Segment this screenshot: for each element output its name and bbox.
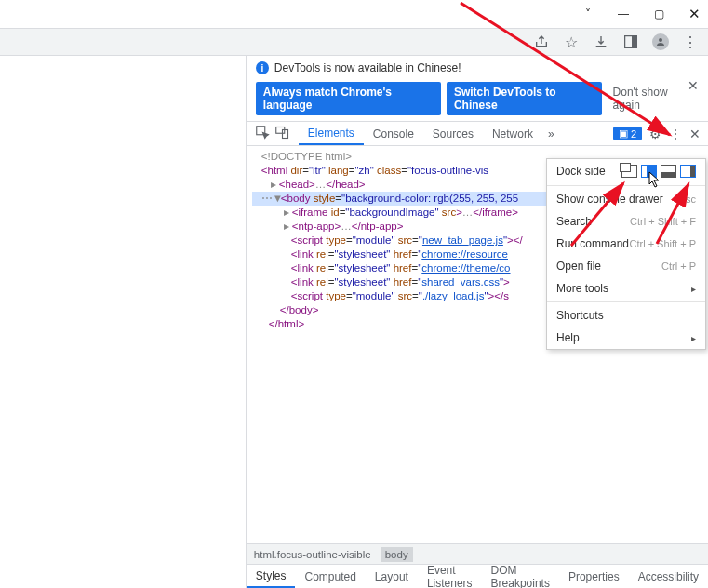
menu-search[interactable]: SearchCtrl + Shift + F bbox=[547, 210, 705, 233]
inspect-element-icon[interactable] bbox=[256, 126, 270, 142]
stab-computed[interactable]: Computed bbox=[295, 565, 365, 588]
svg-point-2 bbox=[659, 38, 662, 42]
menu-show-drawer[interactable]: Show console drawerEsc bbox=[547, 188, 705, 210]
chevron-down-icon[interactable]: ˅ bbox=[580, 6, 596, 22]
download-icon[interactable] bbox=[593, 33, 609, 50]
devtools-dropdown-menu: Dock side Show console drawerEsc SearchC… bbox=[546, 158, 706, 350]
notification-text: DevTools is now available in Chinese! bbox=[274, 61, 461, 74]
more-tabs-icon[interactable]: » bbox=[542, 127, 560, 140]
menu-shortcuts[interactable]: Shortcuts bbox=[547, 304, 705, 327]
svg-rect-1 bbox=[632, 36, 637, 48]
menu-more-tools[interactable]: More tools▸ bbox=[547, 277, 705, 300]
minimize-icon[interactable]: — bbox=[615, 6, 632, 22]
menu-help[interactable]: Help▸ bbox=[547, 327, 705, 349]
dock-undock-icon[interactable] bbox=[621, 165, 637, 178]
stab-accessibility[interactable]: Accessibility bbox=[629, 565, 708, 588]
match-language-button[interactable]: Always match Chrome's language bbox=[256, 82, 441, 115]
browser-menu-icon[interactable]: ⋮ bbox=[682, 33, 699, 50]
bookmark-star-icon[interactable]: ☆ bbox=[563, 33, 580, 50]
dock-bottom-icon[interactable] bbox=[661, 165, 676, 178]
share-icon[interactable] bbox=[533, 33, 550, 50]
stab-styles[interactable]: Styles bbox=[247, 565, 296, 588]
breadcrumb-body[interactable]: body bbox=[381, 547, 413, 562]
dock-side-label: Dock side bbox=[556, 165, 606, 178]
dock-right-icon[interactable] bbox=[680, 165, 696, 178]
devtools-notification: i DevTools is now available in Chinese! … bbox=[247, 56, 708, 78]
device-toggle-icon[interactable] bbox=[275, 126, 289, 142]
page-viewport bbox=[0, 56, 246, 588]
tab-sources[interactable]: Sources bbox=[423, 122, 483, 145]
menu-run-command[interactable]: Run commandCtrl + Shift + P bbox=[547, 233, 705, 255]
dock-side-row: Dock side bbox=[547, 159, 705, 183]
info-icon: i bbox=[256, 61, 269, 74]
stab-layout[interactable]: Layout bbox=[366, 565, 418, 588]
devtools-tabbar: Elements Console Sources Network » ▣ 2 ⚙… bbox=[247, 121, 708, 146]
cursor-pointer-icon bbox=[648, 171, 661, 191]
window-titlebar: ˅ — ▢ ✕ bbox=[0, 0, 708, 28]
devtools-menu-icon[interactable]: ⋮ bbox=[669, 127, 682, 141]
tab-elements[interactable]: Elements bbox=[299, 122, 364, 145]
svg-rect-5 bbox=[282, 129, 287, 138]
stab-event-listeners[interactable]: Event Listeners bbox=[418, 565, 482, 588]
browser-toolbar: ☆ ⋮ bbox=[0, 28, 708, 56]
chevron-right-icon: ▸ bbox=[691, 333, 696, 343]
tab-network[interactable]: Network bbox=[483, 122, 542, 145]
chevron-right-icon: ▸ bbox=[691, 284, 696, 294]
dismiss-button[interactable]: Don't show again bbox=[608, 82, 699, 115]
dom-breadcrumb[interactable]: html.focus-outline-visible body bbox=[247, 543, 708, 564]
menu-open-file[interactable]: Open fileCtrl + P bbox=[547, 255, 705, 277]
maximize-icon[interactable]: ▢ bbox=[650, 6, 667, 22]
close-devtools-icon[interactable]: ✕ bbox=[689, 127, 701, 141]
side-panel-icon[interactable] bbox=[622, 33, 639, 50]
close-notification-icon[interactable]: ✕ bbox=[688, 78, 699, 93]
settings-gear-icon[interactable]: ⚙ bbox=[649, 127, 661, 141]
profile-avatar-icon[interactable] bbox=[652, 33, 669, 50]
stab-properties[interactable]: Properties bbox=[559, 565, 629, 588]
close-window-icon[interactable]: ✕ bbox=[686, 6, 702, 22]
breadcrumb-html[interactable]: html.focus-outline-visible bbox=[254, 549, 371, 560]
styles-tabbar: Styles Computed Layout Event Listeners D… bbox=[247, 564, 708, 588]
messages-badge[interactable]: ▣ 2 bbox=[613, 127, 642, 140]
switch-chinese-button[interactable]: Switch DevTools to Chinese bbox=[447, 82, 602, 115]
stab-dom-breakpoints[interactable]: DOM Breakpoints bbox=[482, 565, 559, 588]
tab-console[interactable]: Console bbox=[364, 122, 423, 145]
